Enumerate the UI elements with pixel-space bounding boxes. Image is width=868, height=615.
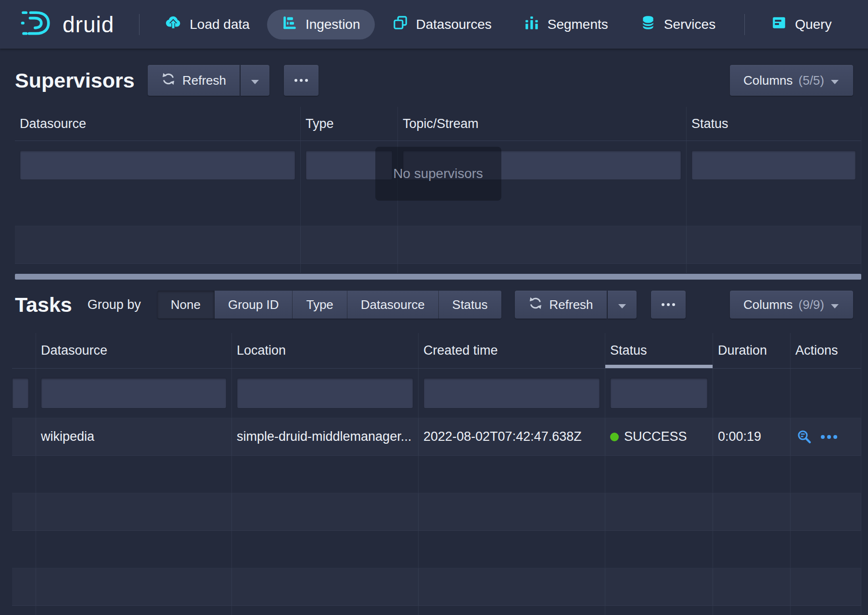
more-ellipsis-icon (662, 303, 664, 306)
clipped-filter-input[interactable] (12, 378, 29, 409)
druid-logo-icon (19, 9, 55, 40)
table-row (12, 568, 861, 606)
caret-down-icon (250, 73, 260, 88)
database-icon (640, 14, 656, 34)
task-actions-more-icon[interactable] (821, 435, 837, 439)
supervisors-more-button[interactable] (284, 65, 319, 96)
supervisors-toolbar: Supervisors Refresh (15, 64, 853, 96)
column-header-status[interactable]: Status (687, 107, 861, 141)
supervisors-refresh-caret-button[interactable] (241, 65, 269, 96)
column-header-datasource[interactable]: Datasource (36, 333, 232, 368)
refresh-label: Refresh (182, 73, 226, 88)
supervisors-header-row: Datasource Type Topic/Stream Status (15, 107, 861, 141)
cloud-upload-icon (165, 14, 182, 35)
column-header-created-time[interactable]: Created time (419, 333, 605, 368)
supervisors-columns-button[interactable]: Columns (5/5) (730, 65, 853, 96)
status-text: SUCCESS (624, 429, 687, 444)
cell-status: SUCCESS (605, 418, 713, 455)
column-header-type[interactable]: Type (301, 107, 398, 141)
status-success-dot-icon (610, 433, 619, 441)
columns-count: (5/5) (799, 73, 824, 88)
caret-down-icon (830, 73, 840, 88)
horizontal-scrollbar[interactable] (15, 274, 861, 280)
supervisors-section: Supervisors Refresh (0, 64, 868, 280)
table-row (12, 606, 861, 615)
supervisors-refresh-button[interactable]: Refresh (148, 65, 240, 96)
nav-divider (139, 14, 140, 35)
tasks-toolbar: Tasks Group by None Group ID Type Dataso… (15, 291, 853, 319)
supervisors-table: Datasource Type Topic/Stream Status No s… (15, 107, 861, 273)
logo-wordmark: druid (63, 12, 114, 38)
cell-location: simple-druid-middlemanager... (232, 418, 419, 455)
datasource-filter-input[interactable] (20, 150, 295, 180)
tasks-section: Tasks Group by None Group ID Type Dataso… (0, 291, 868, 615)
column-header-status-sorted[interactable]: Status (605, 333, 713, 368)
location-filter-input[interactable] (237, 378, 413, 409)
nav-item-label: Load data (190, 17, 250, 32)
table-row (15, 264, 861, 273)
columns-label: Columns (743, 73, 793, 88)
more-ellipsis-icon (294, 79, 297, 82)
nav-item-load-data[interactable]: Load data (150, 10, 264, 39)
gantt-chart-icon (281, 14, 298, 34)
group-by-datasource-button[interactable]: Datasource (347, 291, 439, 319)
tasks-more-button[interactable] (651, 291, 686, 319)
nav-item-ingestion[interactable]: Ingestion (267, 10, 375, 39)
column-header-topic-stream[interactable]: Topic/Stream (398, 107, 687, 141)
tasks-table: Datasource Location Created time Status … (12, 333, 861, 615)
group-by-status-button[interactable]: Status (439, 291, 501, 319)
datasource-filter-input[interactable] (41, 378, 227, 409)
column-header-datasource[interactable]: Datasource (15, 107, 301, 141)
stacked-panels-icon (392, 14, 408, 34)
tasks-columns-button[interactable]: Columns (9/9) (730, 291, 853, 319)
top-nav: druid Load data Ingestion (0, 0, 868, 49)
console-icon (771, 14, 787, 34)
nav-item-label: Datasources (416, 17, 492, 32)
nav-item-label: Segments (548, 17, 608, 32)
status-filter-input[interactable] (610, 378, 708, 409)
task-row-wikipedia[interactable]: wikipedia simple-druid-middlemanager... … (12, 418, 861, 456)
tasks-title: Tasks (15, 293, 72, 317)
created-time-filter-input[interactable] (423, 378, 600, 409)
tasks-refresh-group: Refresh (515, 291, 637, 319)
druid-logo[interactable]: druid (19, 9, 114, 40)
nav-item-query[interactable]: Query (756, 10, 846, 39)
supervisors-refresh-group: Refresh (148, 65, 269, 96)
group-by-segmented-control: None Group ID Type Datasource Status (157, 291, 501, 319)
supervisors-title: Supervisors (15, 69, 148, 92)
tasks-filter-row (12, 369, 861, 418)
bar-chart-icon (523, 14, 540, 34)
group-by-none-button[interactable]: None (157, 291, 215, 319)
columns-count: (9/9) (799, 297, 824, 312)
nav-item-services[interactable]: Services (625, 10, 730, 39)
group-by-group-id-button[interactable]: Group ID (215, 291, 293, 319)
column-header-actions[interactable]: Actions (791, 333, 861, 368)
tasks-refresh-button[interactable]: Refresh (515, 291, 607, 319)
nav-item-label: Ingestion (306, 17, 360, 32)
tasks-header-row: Datasource Location Created time Status … (12, 333, 861, 369)
caret-down-icon (830, 297, 840, 312)
table-row (12, 493, 861, 531)
columns-label: Columns (743, 297, 793, 312)
column-header-location[interactable]: Location (232, 333, 419, 368)
empty-message: No supervisors (393, 166, 483, 181)
cell-datasource[interactable]: wikipedia (36, 418, 232, 455)
table-row (12, 531, 861, 568)
group-by-type-button[interactable]: Type (293, 291, 347, 319)
refresh-icon (528, 296, 543, 314)
nav-item-datasources[interactable]: Datasources (378, 10, 506, 39)
cell-created-time: 2022-08-02T07:42:47.638Z (419, 418, 605, 455)
tasks-refresh-caret-button[interactable] (608, 291, 637, 319)
column-header-duration[interactable]: Duration (713, 333, 791, 368)
nav-item-label: Services (664, 17, 715, 32)
no-supervisors-overlay: No supervisors (375, 147, 501, 201)
caret-down-icon (617, 297, 627, 312)
inspect-task-icon[interactable] (796, 429, 813, 445)
refresh-label: Refresh (549, 297, 593, 312)
group-by-label: Group by (88, 297, 141, 312)
nav-item-label: Query (795, 17, 831, 32)
refresh-icon (161, 72, 176, 90)
status-filter-input[interactable] (691, 150, 856, 180)
table-row (12, 456, 861, 493)
nav-item-segments[interactable]: Segments (509, 10, 623, 39)
